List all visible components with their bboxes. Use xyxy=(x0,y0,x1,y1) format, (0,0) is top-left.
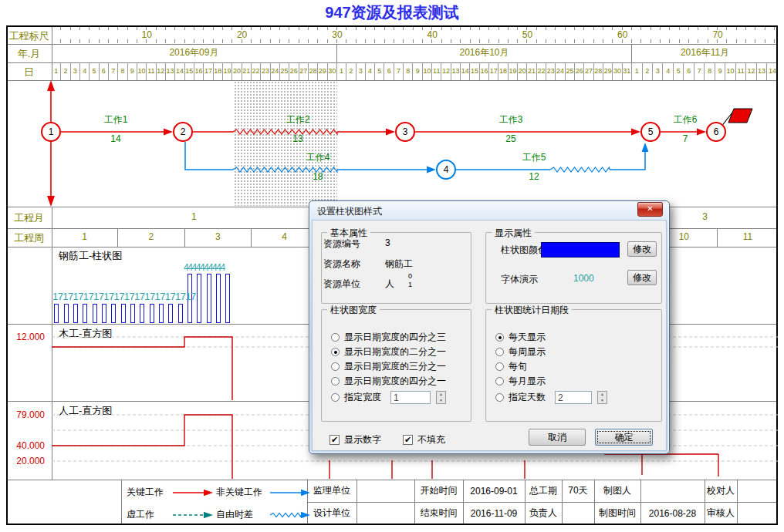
group-bar-width-title: 柱状图宽度 xyxy=(327,304,380,317)
radio-label: 每月显示 xyxy=(509,375,546,388)
radio-icon[interactable] xyxy=(495,393,504,402)
bar-color-swatch xyxy=(541,242,620,258)
work-name-label[interactable]: 工作4 xyxy=(287,151,349,164)
page-title: 947资源及报表测试 xyxy=(0,2,784,23)
radio-icon[interactable] xyxy=(331,362,340,371)
bar-color-label: 柱状图颜色 xyxy=(501,244,547,257)
work-duration-label: 13 xyxy=(267,133,329,144)
ok-button[interactable]: 确定 xyxy=(595,429,653,446)
checkbox-checked-icon[interactable]: ✔ xyxy=(403,435,413,445)
rebar-bar[interactable] xyxy=(73,304,78,323)
radio-icon[interactable] xyxy=(495,362,504,371)
rebar-bar[interactable] xyxy=(130,304,135,323)
rebar-bar[interactable] xyxy=(150,304,154,323)
spin-up-icon[interactable]: ▲ xyxy=(598,392,607,398)
rebar-bar[interactable] xyxy=(178,304,183,323)
rebar-bar[interactable] xyxy=(54,304,59,323)
spin-down-icon[interactable]: ▼ xyxy=(437,398,445,404)
resource-unit-sub: 1 xyxy=(408,281,412,288)
app-window: { "title": "947资源及报表测试", "colors": {"acc… xyxy=(0,0,784,532)
checkbox-option-1[interactable]: ✔不填充 xyxy=(403,433,445,446)
resource-id-value: 3 xyxy=(385,237,390,248)
work-duration-label: 12 xyxy=(503,171,565,182)
work-name-label[interactable]: 工作1 xyxy=(85,113,147,126)
radio-option-3[interactable]: 每月显示 xyxy=(495,375,546,388)
spin-up-icon[interactable]: ▲ xyxy=(437,392,445,398)
bar-value-labels-44: 4444444444 xyxy=(184,262,235,273)
rebar-bar[interactable] xyxy=(121,304,126,323)
radio-icon[interactable] xyxy=(331,393,340,402)
network-node-1[interactable]: 1 xyxy=(41,122,61,142)
radio-icon[interactable] xyxy=(495,348,504,356)
work-name-label[interactable]: 工作5 xyxy=(503,151,565,164)
work-duration-label: 18 xyxy=(287,171,349,182)
cancel-button[interactable]: 取消 xyxy=(529,429,586,446)
network-node-4[interactable]: 4 xyxy=(436,160,456,180)
resource-unit-label: 资源单位 xyxy=(323,278,360,291)
radio-label: 指定宽度 xyxy=(344,391,381,404)
spin-down-icon[interactable]: ▼ xyxy=(598,398,607,404)
radio-option-2[interactable]: 每旬 xyxy=(495,360,527,373)
radio-option-3[interactable]: 显示日期宽度的四分之一 xyxy=(331,375,446,388)
checkbox-checked-icon[interactable]: ✔ xyxy=(329,435,340,445)
spinner-input[interactable]: 1 xyxy=(390,391,431,404)
work-duration-label: 14 xyxy=(85,133,147,144)
font-demo-value: 1000 xyxy=(573,273,594,284)
radio-option-0[interactable]: 显示日期宽度的四分之三 xyxy=(331,331,446,344)
rebar-bar[interactable] xyxy=(140,304,144,323)
rebar-bar[interactable] xyxy=(102,304,106,323)
checkbox-option-0[interactable]: ✔显示数字 xyxy=(329,433,381,446)
rebar-bar[interactable] xyxy=(64,304,69,323)
radio-option-1[interactable]: 显示日期宽度的二分之一 xyxy=(331,345,446,359)
bar-style-dialog: 设置柱状图样式 ✕ 基本属性 资源编号 3 资源名称 钢筋工 资源单位 人 0 … xyxy=(309,200,670,454)
spinner-input[interactable]: 2 xyxy=(555,391,592,404)
radio-label: 显示日期宽度的三分之一 xyxy=(344,360,446,373)
close-icon[interactable]: ✕ xyxy=(637,202,663,217)
radio-label: 显示日期宽度的二分之一 xyxy=(344,345,446,359)
radio-label: 显示日期宽度的四分之一 xyxy=(344,375,446,388)
checkbox-label: 显示数字 xyxy=(344,433,381,446)
rebar-bar[interactable] xyxy=(93,304,97,323)
radio-label: 每旬 xyxy=(509,360,527,373)
bar-value-labels-17: 1717171717171717171717171717 xyxy=(52,291,233,302)
network-node-2[interactable]: 2 xyxy=(173,122,193,142)
network-node-3[interactable]: 3 xyxy=(395,122,415,142)
resource-unit-sup: 0 xyxy=(408,272,412,280)
radio-icon[interactable] xyxy=(331,377,340,386)
dialog-titlebar[interactable]: 设置柱状图样式 xyxy=(317,205,382,218)
network-node-6[interactable]: 6 xyxy=(706,122,726,142)
font-demo-label: 字体演示 xyxy=(501,273,538,286)
group-display-title: 显示属性 xyxy=(492,227,535,240)
group-date-period-title: 柱状图统计日期段 xyxy=(492,304,572,317)
resource-id-label: 资源编号 xyxy=(323,237,360,251)
rebar-bar[interactable] xyxy=(168,304,173,323)
radio-selected-icon[interactable] xyxy=(331,348,340,356)
resource-unit-value: 人 xyxy=(385,278,394,291)
rebar-bar[interactable] xyxy=(159,304,164,323)
radio-icon[interactable] xyxy=(495,377,504,386)
radio-option-0[interactable]: 每天显示 xyxy=(495,331,546,344)
radio-label: 每天显示 xyxy=(509,331,546,344)
radio-label: 指定天数 xyxy=(509,391,546,404)
radio-option-4[interactable]: 指定天数2▲▼ xyxy=(495,391,607,404)
checkbox-label: 不填充 xyxy=(417,433,445,446)
modify-color-button[interactable]: 修改 xyxy=(627,241,657,257)
modify-font-button[interactable]: 修改 xyxy=(627,270,657,285)
radio-label: 显示日期宽度的四分之三 xyxy=(344,331,446,344)
radio-selected-icon[interactable] xyxy=(495,333,504,342)
radio-option-1[interactable]: 每周显示 xyxy=(495,345,546,359)
radio-icon[interactable] xyxy=(331,333,340,342)
work-duration-label: 25 xyxy=(480,133,542,144)
radio-label: 每周显示 xyxy=(509,345,546,359)
radio-option-2[interactable]: 显示日期宽度的三分之一 xyxy=(331,360,446,373)
work-name-label[interactable]: 工作3 xyxy=(480,113,542,126)
rebar-bar[interactable] xyxy=(111,304,116,323)
rebar-bar[interactable] xyxy=(83,304,87,323)
work-name-label[interactable]: 工作2 xyxy=(267,113,329,126)
resource-name-value: 钢筋工 xyxy=(385,258,413,271)
resource-name-label: 资源名称 xyxy=(323,258,360,271)
work-name-label[interactable]: 工作6 xyxy=(654,113,716,126)
radio-option-4[interactable]: 指定宽度1▲▼ xyxy=(331,391,446,404)
network-node-5[interactable]: 5 xyxy=(640,122,661,142)
